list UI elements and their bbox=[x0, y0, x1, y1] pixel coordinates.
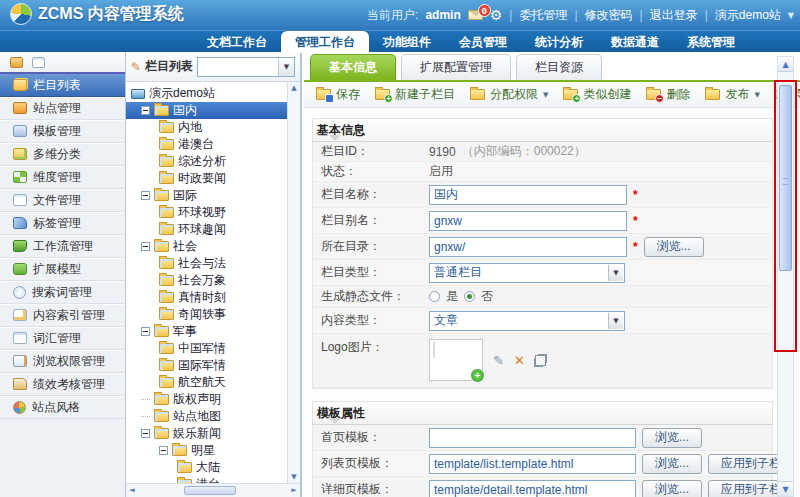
radio-static-yes[interactable] bbox=[429, 291, 440, 302]
radio-static-no[interactable] bbox=[464, 291, 475, 302]
tree-node-aerospace[interactable]: 航空航天 bbox=[126, 374, 287, 391]
scroll-up-icon[interactable]: ▲ bbox=[288, 82, 300, 94]
tree-node-analysis[interactable]: 综述分析 bbox=[126, 153, 287, 170]
tree-node-anecdotes[interactable]: 奇闻轶事 bbox=[126, 306, 287, 323]
apply-to-subcolumns-button[interactable]: 应用到子栏目 bbox=[708, 480, 777, 497]
tree-node-society-law[interactable]: 社会与法 bbox=[126, 255, 287, 272]
tree-node-stars[interactable]: 明星 bbox=[126, 442, 287, 459]
sidebar-item-multi-category[interactable]: 多维分类 bbox=[0, 143, 125, 166]
chevron-down-icon[interactable]: ▼ bbox=[608, 265, 623, 281]
collapse-icon[interactable] bbox=[141, 242, 150, 251]
list-template-input[interactable] bbox=[429, 454, 636, 474]
nav-tab-admin-workbench[interactable]: 管理工作台 bbox=[281, 31, 369, 53]
collapse-icon[interactable] bbox=[159, 446, 168, 455]
column-alias-input[interactable] bbox=[429, 211, 627, 231]
sidebar-item-site-style[interactable]: 站点风格 bbox=[0, 396, 125, 419]
sidebar-item-browse-permission[interactable]: 浏览权限管理 bbox=[0, 350, 125, 373]
tab-basic-info[interactable]: 基本信息 bbox=[310, 54, 396, 80]
sidebar-item-tag-management[interactable]: 标签管理 bbox=[0, 212, 125, 235]
mail-icon[interactable]: 0 bbox=[468, 10, 483, 20]
scroll-left-icon[interactable]: ◄ bbox=[126, 484, 138, 497]
tree-node-site-root[interactable]: 演示demo站 bbox=[126, 85, 287, 102]
tree-node-mainland[interactable]: 内地 bbox=[126, 119, 287, 136]
tree-node-sitemap[interactable]: 站点地图 bbox=[126, 408, 287, 425]
browse-button[interactable]: 浏览... bbox=[642, 428, 702, 448]
apply-to-subcolumns-button[interactable]: 应用到子栏目 bbox=[708, 454, 777, 474]
sidebar-item-search-words[interactable]: 搜索词管理 bbox=[0, 281, 125, 304]
assign-permission-button[interactable]: 分配权限 ▼ bbox=[470, 86, 548, 103]
sidebar-item-vocabulary[interactable]: 词汇管理 bbox=[0, 327, 125, 350]
chevron-down-icon[interactable]: ▼ bbox=[754, 91, 759, 99]
tree-node-stars-hk-tw[interactable]: 港台 bbox=[126, 476, 287, 483]
collapse-icon[interactable] bbox=[141, 106, 150, 115]
detail-template-input[interactable] bbox=[429, 480, 636, 497]
sidebar-item-site-management[interactable]: 站点管理 bbox=[0, 97, 125, 120]
sidebar-item-column-list[interactable]: 栏目列表 bbox=[0, 74, 125, 97]
tab-extended-config[interactable]: 扩展配置管理 bbox=[401, 54, 511, 80]
tree-horizontal-scrollbar[interactable]: ◄ ► bbox=[126, 483, 300, 497]
sidebar-item-workflow-management[interactable]: 工作流管理 bbox=[0, 235, 125, 258]
tree-node-intl-military[interactable]: 国际军情 bbox=[126, 357, 287, 374]
logo-image-placeholder[interactable] bbox=[429, 339, 483, 381]
tree-node-copyright[interactable]: 版权声明 bbox=[126, 391, 287, 408]
column-name-input[interactable] bbox=[429, 185, 627, 205]
scroll-down-icon[interactable]: ▼ bbox=[778, 481, 793, 496]
tree-node-global-fun[interactable]: 环球趣闻 bbox=[126, 221, 287, 238]
nav-tab-components[interactable]: 功能组件 bbox=[369, 31, 445, 53]
nav-tab-data-channel[interactable]: 数据通道 bbox=[597, 31, 673, 53]
chevron-down-icon[interactable]: ▼ bbox=[278, 58, 294, 76]
edit-image-icon[interactable]: ✎ bbox=[493, 353, 504, 368]
delete-button[interactable]: − 删除 bbox=[646, 86, 690, 103]
save-button[interactable]: 保存 bbox=[316, 86, 360, 103]
document-icon[interactable] bbox=[32, 57, 45, 68]
tree-node-domestic[interactable]: 国内 bbox=[126, 102, 287, 119]
remove-image-icon[interactable]: ✕ bbox=[514, 353, 525, 368]
sidebar-item-content-index[interactable]: 内容索引管理 bbox=[0, 304, 125, 327]
tree-node-china-military[interactable]: 中国军情 bbox=[126, 340, 287, 357]
browse-button[interactable]: 浏览... bbox=[642, 480, 702, 497]
tree-node-hk-macao-taiwan[interactable]: 港澳台 bbox=[126, 136, 287, 153]
tree-node-society-misc[interactable]: 社会万象 bbox=[126, 272, 287, 289]
gear-icon[interactable]: ⚙ bbox=[490, 7, 503, 23]
tree-node-true-moments[interactable]: 真情时刻 bbox=[126, 289, 287, 306]
index-template-input[interactable] bbox=[429, 428, 636, 448]
sidebar-item-performance-assessment[interactable]: 绩效考核管理 bbox=[0, 373, 125, 396]
nav-tab-system[interactable]: 系统管理 bbox=[673, 31, 749, 53]
scroll-down-icon[interactable]: ▼ bbox=[288, 471, 300, 483]
tree-node-military[interactable]: 军事 bbox=[126, 323, 287, 340]
crop-image-icon[interactable] bbox=[535, 355, 546, 366]
tree-node-politics-news[interactable]: 时政要闻 bbox=[126, 170, 287, 187]
tree-node-entertainment[interactable]: 娱乐新闻 bbox=[126, 425, 287, 442]
home-icon[interactable] bbox=[10, 57, 23, 68]
page-vertical-scrollbar[interactable]: ▲ ▼ bbox=[777, 56, 794, 497]
new-subcolumn-button[interactable]: + 新建子栏目 bbox=[375, 86, 455, 103]
logout-link[interactable]: 退出登录 bbox=[650, 7, 698, 24]
tree-node-global-vision[interactable]: 环球视野 bbox=[126, 204, 287, 221]
scrollbar-thumb[interactable] bbox=[779, 85, 792, 271]
browse-button[interactable]: 浏览... bbox=[642, 454, 702, 474]
collapse-icon[interactable] bbox=[141, 327, 150, 336]
change-password-link[interactable]: 修改密码 bbox=[585, 7, 633, 24]
sidebar-item-template-management[interactable]: 模板管理 bbox=[0, 120, 125, 143]
sidebar-item-extended-model[interactable]: 扩展模型 bbox=[0, 258, 125, 281]
sidebar-item-dimension-management[interactable]: 维度管理 bbox=[0, 166, 125, 189]
chevron-down-icon[interactable]: ▼ bbox=[543, 91, 548, 99]
collapse-icon[interactable] bbox=[141, 429, 150, 438]
chevron-down-icon[interactable]: ▼ bbox=[788, 11, 794, 20]
tab-column-resources[interactable]: 栏目资源 bbox=[516, 54, 602, 80]
nav-tab-statistics[interactable]: 统计分析 bbox=[521, 31, 597, 53]
nav-tab-members[interactable]: 会员管理 bbox=[445, 31, 521, 53]
tree-node-society[interactable]: 社会 bbox=[126, 238, 287, 255]
browse-button[interactable]: 浏览... bbox=[644, 237, 704, 257]
tree-filter-combobox[interactable]: ▼ bbox=[197, 57, 295, 77]
content-type-select[interactable]: 文章 ▼ bbox=[429, 311, 625, 331]
scroll-up-icon[interactable]: ▲ bbox=[778, 57, 793, 72]
column-type-select[interactable]: 普通栏目 ▼ bbox=[429, 263, 625, 283]
publish-button[interactable]: 发布 ▼ bbox=[705, 86, 759, 103]
directory-input[interactable] bbox=[429, 237, 627, 257]
create-similar-button[interactable]: + 类似创建 bbox=[563, 86, 631, 103]
scroll-right-icon[interactable]: ► bbox=[288, 484, 300, 497]
collapse-icon[interactable] bbox=[141, 191, 150, 200]
tree-vertical-scrollbar[interactable]: ▲ ▼ bbox=[287, 82, 300, 483]
scrollbar-thumb[interactable] bbox=[184, 486, 236, 495]
